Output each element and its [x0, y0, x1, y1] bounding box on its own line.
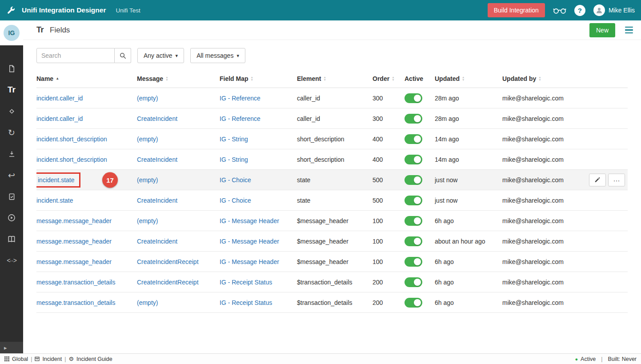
new-button[interactable]: New — [589, 23, 615, 37]
column-header-field-map[interactable]: Field Map ▲▼ — [220, 75, 297, 82]
messages-filter-dropdown[interactable]: All messages ▾ — [190, 48, 245, 63]
build-integration-button[interactable]: Build Integration — [488, 3, 545, 17]
element-cell: $transaction_details — [297, 299, 373, 306]
sidebar-item-documentation[interactable] — [0, 228, 23, 250]
preview-glasses-icon[interactable] — [553, 7, 566, 14]
field-map-link[interactable]: IG - Receipt Status — [220, 299, 272, 306]
element-cell: $transaction_details — [297, 279, 373, 286]
field-map-link[interactable]: IG - String — [220, 156, 248, 163]
sidebar-item-history[interactable]: ↻ — [0, 122, 23, 143]
active-toggle[interactable] — [405, 236, 422, 246]
field-name-link[interactable]: incident.state — [36, 197, 73, 204]
field-map-link[interactable]: IG - Choice — [220, 197, 251, 204]
table-row: incident.state CreateIncident IG - Choic… — [36, 190, 628, 211]
message-link[interactable]: CreateIncidentReceipt — [137, 258, 199, 265]
sidebar-item-run[interactable] — [0, 207, 23, 228]
message-link[interactable]: CreateIncident — [137, 115, 177, 122]
more-button[interactable]: ··· — [608, 173, 625, 186]
field-map-link[interactable]: IG - Message Header — [220, 217, 279, 224]
field-name-link[interactable]: message.transaction_details — [36, 279, 115, 286]
column-header-message[interactable]: Message ▲▼ — [137, 75, 220, 82]
field-name-link[interactable]: incident.short_description — [36, 156, 107, 163]
field-map-link[interactable]: IG - Receipt Status — [220, 279, 272, 286]
order-cell: 300 — [373, 95, 405, 102]
field-name-link[interactable]: message.message_header — [36, 217, 112, 224]
collapse-arrow-icon: ▸ — [4, 344, 7, 351]
field-map-link[interactable]: IG - Choice — [220, 176, 251, 184]
active-toggle[interactable] — [405, 277, 422, 287]
message-link[interactable]: CreateIncident — [137, 238, 177, 245]
field-map-link[interactable]: IG - String — [220, 136, 248, 143]
field-name-link[interactable]: message.message_header — [36, 258, 112, 265]
message-link[interactable]: (empty) — [137, 136, 158, 143]
sidebar: IG Tr ↻ ↩ — [0, 20, 23, 353]
search-button[interactable] — [115, 48, 131, 63]
app-label: Incident — [42, 356, 62, 362]
undo-icon: ↩ — [8, 170, 15, 180]
column-header-updated-by[interactable]: Updated by ▲▼ — [502, 75, 628, 82]
help-icon[interactable]: ? — [574, 5, 585, 16]
active-toggle[interactable] — [405, 93, 422, 103]
message-link[interactable]: (empty) — [137, 217, 158, 224]
annotation-box: message.transaction_details — [36, 279, 115, 286]
column-header-order[interactable]: Order ▲▼ — [373, 75, 405, 82]
active-filter-dropdown[interactable]: Any active ▾ — [137, 48, 184, 63]
sidebar-collapse-button[interactable]: ▸ — [0, 342, 23, 353]
sidebar-item-downloads[interactable] — [0, 143, 23, 164]
message-link[interactable]: (empty) — [137, 95, 158, 102]
active-toggle[interactable] — [405, 175, 422, 185]
active-toggle[interactable] — [405, 134, 422, 144]
field-name-link[interactable]: incident.caller_id — [36, 115, 83, 122]
sidebar-item-undo[interactable]: ↩ — [0, 164, 23, 186]
integration-avatar-wrap: IG — [0, 20, 23, 45]
statusbar-scope[interactable]: Global — [4, 356, 28, 362]
field-map-link[interactable]: IG - Message Header — [220, 238, 279, 245]
user-menu[interactable]: Mike Ellis — [593, 4, 635, 16]
active-toggle[interactable] — [405, 257, 422, 267]
active-toggle[interactable] — [405, 196, 422, 205]
history-icon: ↻ — [8, 128, 15, 138]
field-map-link[interactable]: IG - Message Header — [220, 258, 279, 265]
menu-icon[interactable] — [624, 25, 634, 36]
field-map-link[interactable]: IG - Reference — [220, 115, 260, 122]
element-cell: state — [297, 197, 373, 204]
active-toggle[interactable] — [405, 155, 422, 164]
field-name-link[interactable]: incident.short_description — [36, 136, 107, 143]
column-header-element[interactable]: Element ▲▼ — [297, 75, 373, 82]
sidebar-item-documents[interactable] — [0, 58, 23, 79]
sidebar-item-fields[interactable]: Tr — [0, 79, 23, 100]
message-link[interactable]: CreateIncidentReceipt — [137, 279, 199, 286]
field-map-link[interactable]: IG - Reference — [220, 95, 260, 102]
column-label: Order — [373, 75, 389, 82]
statusbar-app[interactable]: Incident — [35, 356, 62, 362]
app-subtitle[interactable]: Unifi Test — [116, 7, 140, 14]
element-cell: short_description — [297, 136, 373, 143]
field-name-link[interactable]: message.transaction_details — [36, 299, 115, 306]
toggle-knob — [414, 299, 421, 306]
active-toggle[interactable] — [405, 216, 422, 226]
sidebar-item-code[interactable]: <··> — [0, 250, 23, 271]
message-link[interactable]: (empty) — [137, 299, 158, 306]
element-cell: $message_header — [297, 217, 373, 224]
message-link[interactable]: (empty) — [137, 176, 158, 184]
statusbar-context[interactable]: ⚙ Incident Guide — [68, 356, 112, 362]
sort-icon: ▲▼ — [323, 76, 326, 81]
field-name-link[interactable]: incident.state — [38, 176, 75, 184]
column-header-name[interactable]: Name ▲ — [36, 75, 137, 82]
edit-button[interactable] — [589, 173, 606, 186]
active-toggle[interactable] — [405, 298, 422, 308]
field-name-link[interactable]: incident.caller_id — [36, 95, 83, 102]
column-header-updated[interactable]: Updated ▲▼ — [435, 75, 502, 82]
annotation-box: message.message_header — [36, 258, 112, 265]
message-link[interactable]: CreateIncident — [137, 197, 177, 204]
status-dot-icon: ● — [575, 356, 578, 362]
field-name-link[interactable]: message.message_header — [36, 238, 112, 245]
message-link[interactable]: CreateIncident — [137, 156, 177, 163]
updated-by-cell: mike@sharelogic.com — [502, 299, 628, 306]
active-toggle[interactable] — [405, 114, 422, 124]
table-row: message.message_header (empty) IG - Mess… — [36, 211, 628, 231]
integration-avatar[interactable]: IG — [4, 25, 20, 41]
sidebar-item-field-maps[interactable] — [0, 100, 23, 122]
sidebar-item-tasks[interactable] — [0, 186, 23, 207]
search-input[interactable] — [36, 48, 115, 63]
